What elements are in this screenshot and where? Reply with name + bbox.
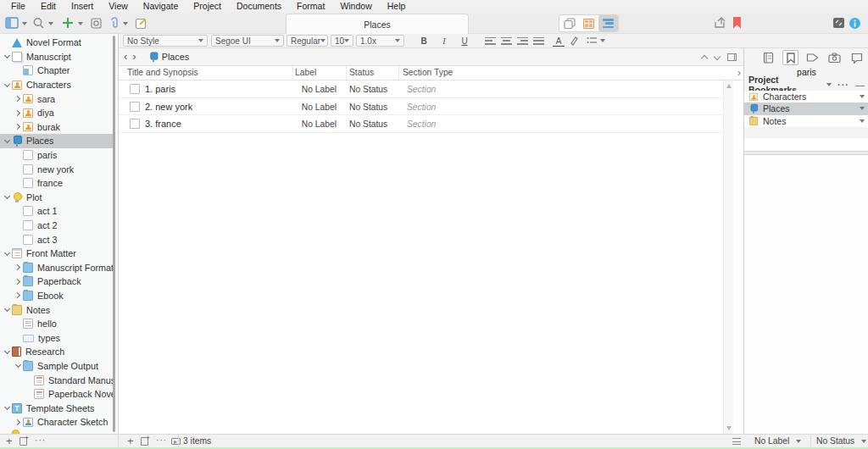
binder-item-paperback[interactable]: Paperback bbox=[0, 274, 114, 289]
column-title-synopsis[interactable]: Title and Synopsis bbox=[127, 68, 198, 77]
binder-item-manuscript-format[interactable]: Manuscript Format bbox=[0, 261, 114, 275]
binder-toggle-icon[interactable] bbox=[4, 15, 19, 30]
chevron-right-icon[interactable] bbox=[14, 96, 20, 102]
highlight-pen-icon[interactable] bbox=[569, 34, 578, 47]
scroll-up-icon[interactable] bbox=[726, 84, 732, 88]
corkboard-view-icon[interactable] bbox=[579, 15, 598, 31]
binder-item-new-york[interactable]: new york bbox=[0, 162, 114, 176]
bold-button[interactable]: B bbox=[417, 34, 431, 47]
binder-item-france[interactable]: france bbox=[0, 176, 114, 191]
binder-item-places[interactable]: Places bbox=[0, 134, 114, 148]
binder-item-research[interactable]: Research bbox=[0, 345, 114, 359]
menu-project[interactable]: Project bbox=[186, 0, 229, 12]
menu-navigate[interactable]: Navigate bbox=[136, 0, 186, 12]
metadata-tag-icon[interactable] bbox=[804, 50, 821, 65]
italic-button[interactable]: I bbox=[437, 34, 451, 47]
menu-edit[interactable]: Edit bbox=[33, 0, 64, 12]
comments-icon[interactable] bbox=[849, 50, 865, 65]
menu-help[interactable]: Help bbox=[380, 0, 414, 12]
chevron-right-icon[interactable] bbox=[14, 279, 20, 285]
label-select[interactable]: No Label bbox=[754, 435, 807, 446]
scroll-down-icon[interactable] bbox=[726, 426, 732, 430]
outliner-row-2-new-york[interactable]: 2. new yorkNo LabelNo StatusSection bbox=[119, 98, 723, 116]
text-color-button[interactable]: A bbox=[553, 36, 565, 47]
align-center-icon[interactable] bbox=[501, 34, 512, 47]
previous-document-icon[interactable] bbox=[701, 55, 708, 62]
binder-add-icon[interactable]: + bbox=[6, 435, 13, 447]
bookmark-dropdown-icon[interactable] bbox=[860, 95, 865, 98]
chevron-down-icon[interactable] bbox=[4, 53, 10, 58]
style-select[interactable]: No Style bbox=[123, 35, 208, 47]
binder-item-act-3[interactable]: act 3 bbox=[0, 232, 114, 247]
binder-item-template-sheets[interactable]: Template Sheets bbox=[0, 401, 114, 415]
font-size-select[interactable]: 10 bbox=[331, 35, 353, 47]
document-tab[interactable]: Places bbox=[286, 14, 469, 34]
bookmark-item-characters[interactable]: Characters bbox=[744, 91, 868, 103]
binder-more-icon[interactable]: ··· bbox=[35, 435, 46, 446]
binder-item-characters[interactable]: Characters bbox=[0, 78, 114, 92]
info-icon[interactable] bbox=[847, 15, 862, 30]
binder-item-front-matter[interactable]: Front Matter bbox=[0, 247, 114, 261]
bookmark-list-view-icon[interactable] bbox=[732, 438, 741, 445]
align-justify-icon[interactable] bbox=[533, 34, 544, 47]
bookmark-dropdown-icon[interactable] bbox=[860, 107, 865, 110]
bookmark-item-notes[interactable]: Notes bbox=[744, 115, 868, 127]
column-options-icon[interactable]: › bbox=[737, 67, 741, 79]
bookmark-dropdown-icon[interactable] bbox=[860, 119, 865, 123]
split-editor-icon[interactable] bbox=[727, 53, 737, 61]
chevron-down-icon[interactable] bbox=[15, 362, 21, 368]
back-icon[interactable]: ‹ bbox=[119, 48, 132, 65]
editor-export-icon[interactable] bbox=[171, 438, 181, 445]
menu-file[interactable]: File bbox=[3, 0, 33, 12]
binder-item-burak[interactable]: burak bbox=[0, 120, 114, 135]
binder-item-act-1[interactable]: act 1 bbox=[0, 204, 114, 219]
outliner-row-1-paris[interactable]: 1. parisNo LabelNo StatusSection bbox=[119, 80, 723, 98]
menu-window[interactable]: Window bbox=[332, 0, 379, 12]
binder-scrollbar[interactable] bbox=[113, 36, 115, 432]
menu-insert[interactable]: Insert bbox=[64, 0, 101, 12]
outline-view-icon[interactable] bbox=[598, 15, 618, 31]
binder-item-chapter[interactable]: Chapter bbox=[0, 64, 114, 78]
binder-item-notes[interactable]: Notes bbox=[0, 302, 114, 317]
column-label[interactable]: Label bbox=[295, 68, 316, 77]
chevron-down-icon[interactable] bbox=[4, 404, 10, 410]
outliner-row-3-france[interactable]: 3. franceNo LabelNo StatusSection bbox=[119, 115, 723, 133]
chevron-down-icon[interactable] bbox=[4, 306, 10, 312]
binder-item-paperback-novel[interactable]: Paperback Novel bbox=[0, 387, 114, 402]
underline-button[interactable]: U bbox=[458, 34, 471, 47]
binder-item-manuscript[interactable]: Manuscript bbox=[0, 50, 114, 64]
chevron-down-icon[interactable] bbox=[4, 348, 10, 354]
chevron-down-icon[interactable] bbox=[4, 250, 10, 256]
compose-icon[interactable] bbox=[133, 15, 148, 30]
forward-icon[interactable]: › bbox=[132, 48, 141, 65]
list-format-icon[interactable] bbox=[587, 34, 605, 47]
chevron-right-icon[interactable] bbox=[14, 110, 20, 116]
binder-item-sara[interactable]: sara bbox=[0, 91, 114, 106]
status-select[interactable]: No Status bbox=[816, 435, 867, 446]
chevron-down-icon[interactable] bbox=[4, 137, 10, 143]
bookmark-preview-area[interactable] bbox=[744, 155, 868, 434]
line-spacing-select[interactable]: 1.0x bbox=[356, 35, 404, 47]
binder-item-character-sketch[interactable]: Character Sketch bbox=[0, 415, 114, 430]
column-status[interactable]: Status bbox=[349, 68, 374, 77]
editor-add-document-icon[interactable] bbox=[141, 437, 148, 446]
bookmark-icon[interactable] bbox=[729, 15, 744, 30]
share-icon[interactable] bbox=[712, 15, 727, 30]
menu-view[interactable]: View bbox=[101, 0, 136, 12]
editor-scrollbar[interactable] bbox=[723, 80, 733, 434]
chevron-down-icon[interactable] bbox=[4, 193, 10, 199]
binder-item-sample-output[interactable]: Sample Output bbox=[0, 359, 114, 374]
column-section-type[interactable]: Section Type bbox=[403, 68, 453, 77]
align-right-icon[interactable] bbox=[517, 34, 528, 47]
bookmarks-collapse-icon[interactable]: — bbox=[855, 80, 865, 90]
menu-documents[interactable]: Documents bbox=[229, 0, 289, 12]
chevron-right-icon[interactable] bbox=[14, 419, 20, 425]
font-select[interactable]: Segoe UI bbox=[211, 35, 284, 47]
chevron-right-icon[interactable] bbox=[14, 292, 20, 298]
trash-icon[interactable] bbox=[88, 15, 103, 30]
binder-item-types[interactable]: types bbox=[0, 330, 114, 345]
bookmarks-icon[interactable] bbox=[782, 50, 798, 65]
binder-item-novel-format[interactable]: Novel Format bbox=[0, 36, 114, 50]
search-icon[interactable] bbox=[31, 15, 46, 30]
bookmarks-more-icon[interactable]: ··· bbox=[837, 80, 849, 90]
